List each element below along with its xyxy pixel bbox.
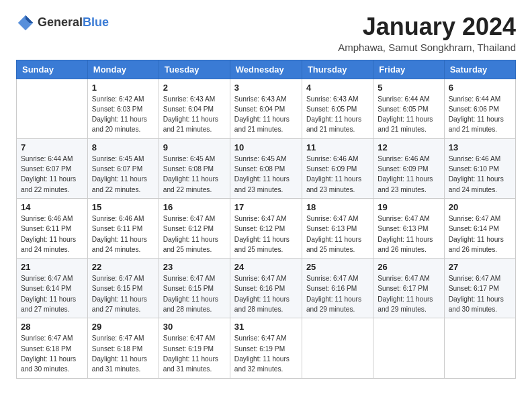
day-info: Sunrise: 6:44 AM Sunset: 6:05 PM Dayligh… [378,94,439,135]
day-number: 23 [163,262,226,272]
day-info: Sunrise: 6:43 AM Sunset: 6:05 PM Dayligh… [306,94,369,135]
day-info: Sunrise: 6:47 AM Sunset: 6:19 PM Dayligh… [234,333,298,374]
calendar-week-row: 21Sunrise: 6:47 AM Sunset: 6:14 PM Dayli… [17,259,516,318]
day-info: Sunrise: 6:47 AM Sunset: 6:18 PM Dayligh… [92,333,154,374]
table-row [17,79,88,138]
logo: General Blue [16,13,109,32]
table-row: 4Sunrise: 6:43 AM Sunset: 6:05 PM Daylig… [302,79,373,138]
day-number: 29 [92,322,154,332]
col-tuesday: Tuesday [159,60,230,79]
col-friday: Friday [373,60,444,79]
logo-general: General [38,16,83,30]
calendar-week-row: 7Sunrise: 6:44 AM Sunset: 6:07 PM Daylig… [17,138,516,198]
day-number: 15 [92,202,154,212]
day-info: Sunrise: 6:47 AM Sunset: 6:16 PM Dayligh… [306,273,369,314]
day-info: Sunrise: 6:45 AM Sunset: 6:07 PM Dayligh… [92,154,154,195]
day-number: 26 [378,262,439,272]
col-wednesday: Wednesday [230,60,302,79]
table-row: 10Sunrise: 6:45 AM Sunset: 6:08 PM Dayli… [230,138,302,198]
day-number: 27 [449,262,511,272]
day-number: 18 [306,202,369,212]
day-number: 12 [378,142,439,152]
table-row: 25Sunrise: 6:47 AM Sunset: 6:16 PM Dayli… [302,259,373,318]
table-row: 28Sunrise: 6:47 AM Sunset: 6:18 PM Dayli… [17,318,88,378]
day-info: Sunrise: 6:43 AM Sunset: 6:04 PM Dayligh… [163,94,226,135]
table-row: 31Sunrise: 6:47 AM Sunset: 6:19 PM Dayli… [230,318,302,378]
calendar-week-row: 1Sunrise: 6:42 AM Sunset: 6:03 PM Daylig… [17,79,516,138]
day-info: Sunrise: 6:47 AM Sunset: 6:12 PM Dayligh… [234,214,298,255]
day-number: 4 [306,83,369,93]
day-info: Sunrise: 6:47 AM Sunset: 6:14 PM Dayligh… [449,214,511,255]
table-row [444,318,515,378]
day-info: Sunrise: 6:46 AM Sunset: 6:11 PM Dayligh… [21,214,83,255]
day-info: Sunrise: 6:44 AM Sunset: 6:07 PM Dayligh… [21,154,83,195]
table-row: 13Sunrise: 6:46 AM Sunset: 6:10 PM Dayli… [444,138,515,198]
col-thursday: Thursday [302,60,373,79]
title-section: January 2024 Amphawa, Samut Songkhram, T… [338,13,516,53]
table-row: 15Sunrise: 6:46 AM Sunset: 6:11 PM Dayli… [87,198,159,258]
table-row: 20Sunrise: 6:47 AM Sunset: 6:14 PM Dayli… [444,198,515,258]
table-row: 26Sunrise: 6:47 AM Sunset: 6:17 PM Dayli… [373,259,444,318]
day-number: 16 [163,202,226,212]
day-info: Sunrise: 6:46 AM Sunset: 6:09 PM Dayligh… [306,154,369,195]
table-row: 16Sunrise: 6:47 AM Sunset: 6:12 PM Dayli… [159,198,230,258]
logo-blue: Blue [83,16,109,30]
day-number: 31 [234,322,298,332]
day-number: 3 [234,83,298,93]
day-info: Sunrise: 6:46 AM Sunset: 6:11 PM Dayligh… [92,214,154,255]
day-number: 7 [21,142,83,152]
day-number: 19 [378,202,439,212]
day-number: 17 [234,202,298,212]
table-row: 3Sunrise: 6:43 AM Sunset: 6:04 PM Daylig… [230,79,302,138]
day-number: 24 [234,262,298,272]
day-number: 25 [306,262,369,272]
day-info: Sunrise: 6:47 AM Sunset: 6:17 PM Dayligh… [378,273,439,314]
day-number: 6 [449,83,511,93]
col-sunday: Sunday [17,60,88,79]
day-number: 22 [92,262,154,272]
table-row: 9Sunrise: 6:45 AM Sunset: 6:08 PM Daylig… [159,138,230,198]
day-info: Sunrise: 6:44 AM Sunset: 6:06 PM Dayligh… [449,94,511,135]
day-number: 8 [92,142,154,152]
location-subtitle: Amphawa, Samut Songkhram, Thailand [338,42,516,53]
day-number: 21 [21,262,83,272]
table-row: 5Sunrise: 6:44 AM Sunset: 6:05 PM Daylig… [373,79,444,138]
day-number: 30 [163,322,226,332]
day-info: Sunrise: 6:47 AM Sunset: 6:17 PM Dayligh… [449,273,511,314]
day-info: Sunrise: 6:47 AM Sunset: 6:18 PM Dayligh… [21,333,83,374]
table-row [302,318,373,378]
day-number: 13 [449,142,511,152]
table-row: 18Sunrise: 6:47 AM Sunset: 6:13 PM Dayli… [302,198,373,258]
table-row: 21Sunrise: 6:47 AM Sunset: 6:14 PM Dayli… [17,259,88,318]
day-info: Sunrise: 6:47 AM Sunset: 6:14 PM Dayligh… [21,273,83,314]
logo-icon [16,13,35,32]
table-row: 6Sunrise: 6:44 AM Sunset: 6:06 PM Daylig… [444,79,515,138]
page-header: General Blue January 2024 Amphawa, Samut… [16,13,516,53]
day-number: 20 [449,202,511,212]
col-monday: Monday [87,60,159,79]
table-row: 22Sunrise: 6:47 AM Sunset: 6:15 PM Dayli… [87,259,159,318]
table-row: 2Sunrise: 6:43 AM Sunset: 6:04 PM Daylig… [159,79,230,138]
col-saturday: Saturday [444,60,515,79]
table-row: 12Sunrise: 6:46 AM Sunset: 6:09 PM Dayli… [373,138,444,198]
table-row: 23Sunrise: 6:47 AM Sunset: 6:15 PM Dayli… [159,259,230,318]
table-row: 29Sunrise: 6:47 AM Sunset: 6:18 PM Dayli… [87,318,159,378]
day-info: Sunrise: 6:47 AM Sunset: 6:15 PM Dayligh… [92,273,154,314]
day-info: Sunrise: 6:45 AM Sunset: 6:08 PM Dayligh… [234,154,298,195]
day-info: Sunrise: 6:47 AM Sunset: 6:13 PM Dayligh… [378,214,439,255]
day-info: Sunrise: 6:42 AM Sunset: 6:03 PM Dayligh… [92,94,154,135]
day-number: 11 [306,142,369,152]
calendar-week-row: 14Sunrise: 6:46 AM Sunset: 6:11 PM Dayli… [17,198,516,258]
day-info: Sunrise: 6:47 AM Sunset: 6:15 PM Dayligh… [163,273,226,314]
day-info: Sunrise: 6:47 AM Sunset: 6:12 PM Dayligh… [163,214,226,255]
calendar-table: Sunday Monday Tuesday Wednesday Thursday… [16,60,516,379]
table-row: 17Sunrise: 6:47 AM Sunset: 6:12 PM Dayli… [230,198,302,258]
day-info: Sunrise: 6:47 AM Sunset: 6:13 PM Dayligh… [306,214,369,255]
day-number: 1 [92,83,154,93]
day-number: 10 [234,142,298,152]
table-row [373,318,444,378]
day-info: Sunrise: 6:46 AM Sunset: 6:09 PM Dayligh… [378,154,439,195]
calendar-week-row: 28Sunrise: 6:47 AM Sunset: 6:18 PM Dayli… [17,318,516,378]
day-number: 28 [21,322,83,332]
day-info: Sunrise: 6:46 AM Sunset: 6:10 PM Dayligh… [449,154,511,195]
